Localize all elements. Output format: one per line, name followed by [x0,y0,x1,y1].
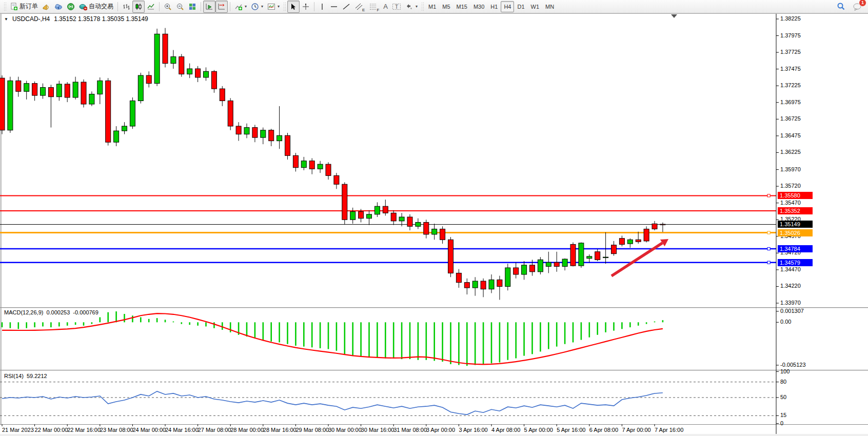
notification-badge: 1 [859,0,866,7]
hline-handle[interactable] [767,194,770,197]
candle-body [187,69,192,74]
candle-body [97,81,103,94]
candle-body [244,128,249,134]
shift-marker-icon[interactable] [671,14,677,18]
candle-body [383,206,388,213]
candle-body [130,101,135,126]
toolbar-grip[interactable] [4,2,6,11]
signal-icon [67,3,75,11]
timeframe-button-d1[interactable]: D1 [514,1,527,12]
sound-button[interactable] [40,1,52,13]
cursor-button[interactable] [287,1,300,13]
timeframe-button-m30[interactable]: M30 [470,1,487,12]
zoom-out-button[interactable] [174,1,186,13]
text-label-button[interactable]: T [390,1,403,13]
candle-body [448,240,453,273]
templates-button[interactable]: ▾ [265,1,282,13]
candle-body [530,265,535,272]
zoom-in-icon [164,3,172,11]
arrows-icon [405,3,413,11]
timeframe-button-m5[interactable]: M5 [439,1,453,12]
trendline-icon [342,3,350,11]
publish-button[interactable] [52,1,65,13]
candlestick-icon [134,3,143,11]
line-chart-button[interactable] [145,1,157,13]
trendline-button[interactable] [340,1,352,13]
candle-body [514,268,519,274]
candle-body [73,82,78,97]
chart-shift-button[interactable] [215,1,228,13]
hline-handle[interactable] [767,231,770,234]
candle-body [660,224,665,225]
indicators-button[interactable]: ▾ [232,1,249,13]
candle-body [391,213,396,221]
panel-divider[interactable] [0,370,868,371]
search-icon [837,2,845,11]
auto-scroll-button[interactable] [203,1,215,13]
mt4-window: 新订单 [0,0,868,436]
text-button[interactable]: A [381,1,390,13]
candle-body [432,229,437,234]
candle-body [627,240,633,244]
toolbar-grip[interactable] [421,2,424,11]
tile-windows-button[interactable] [186,1,199,13]
arrows-button[interactable]: ▾ [403,1,420,13]
fibonacci-button[interactable]: F [367,1,381,13]
toolbar-separator [201,2,201,11]
chart-canvas[interactable] [0,0,868,436]
candle-body [32,84,37,95]
notifications-button[interactable]: 1 [851,1,864,13]
timeframe-button-h4[interactable]: H4 [501,1,514,12]
fibo-glyph: F [377,8,379,12]
chart-shift-icon [218,3,226,11]
equidistant-channel-button[interactable]: E [352,1,367,13]
candle-body [81,82,86,104]
new-order-button[interactable]: 新订单 [8,1,40,13]
bar-chart-button[interactable] [120,1,132,13]
zoom-in-button[interactable] [162,1,174,13]
panel-divider[interactable] [0,307,868,308]
rsi-indicator [0,382,776,416]
horizontal-line-icon [330,3,338,11]
auto-scroll-icon [205,3,213,11]
timeframe-button-w1[interactable]: W1 [528,1,543,12]
candle-body [163,34,168,63]
candle-body [301,161,306,168]
channel-glyph: E [362,8,365,12]
hline-handle[interactable] [767,261,770,264]
candle-body [0,78,5,130]
candle-body [619,239,624,245]
candle-body [334,175,339,184]
hline-handle[interactable] [767,247,770,250]
candle-body [24,84,29,92]
macd-indicator [2,311,663,366]
candlestick-chart-button[interactable] [132,1,145,13]
timeframe-button-m1[interactable]: M1 [425,1,439,12]
candle-body [538,260,543,271]
candle-body [416,222,421,226]
periods-button[interactable]: ▾ [249,1,265,13]
candle-body [8,81,13,130]
candle-body [114,131,119,142]
candle-body [424,222,429,234]
candle-body [269,130,274,141]
timeframe-button-mn[interactable]: MN [542,1,557,12]
vertical-line-button[interactable] [317,1,328,13]
signals-button[interactable] [65,1,77,13]
candle-body [546,263,551,267]
search-button[interactable] [835,1,847,13]
chevron-down-icon: ▾ [261,4,263,9]
candle-body [481,281,486,289]
toolbar-grip[interactable] [283,2,286,11]
candle-body [236,126,241,134]
chevron-down-icon: ▾ [245,4,247,9]
timeframe-button-m15[interactable]: M15 [453,1,470,12]
crosshair-button[interactable] [300,1,312,13]
auto-trading-label: 自动交易 [89,2,113,11]
tile-windows-icon [188,3,196,11]
candle-body [579,243,584,266]
candle-body [220,89,225,101]
horizontal-line-button[interactable] [328,1,340,13]
auto-trading-button[interactable]: 自动交易 [77,1,115,13]
timeframe-button-h1[interactable]: H1 [487,1,501,12]
